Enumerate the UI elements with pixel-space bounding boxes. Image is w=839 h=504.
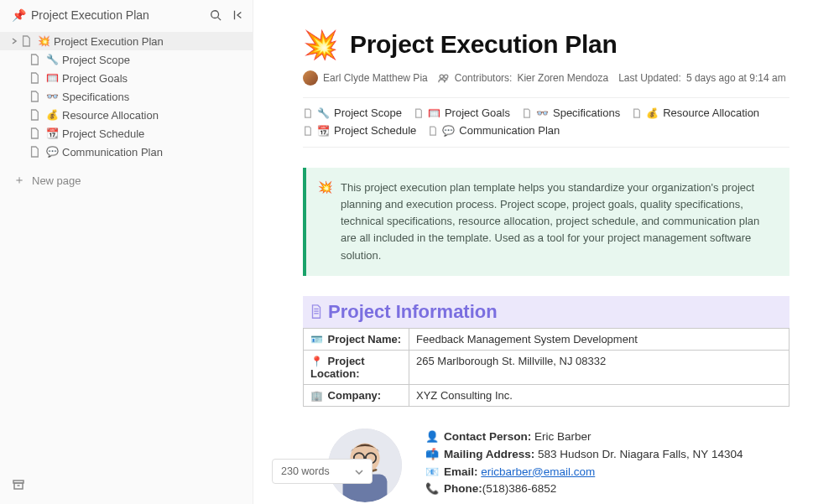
phone-label: Phone:: [444, 482, 482, 495]
email-link[interactable]: ericbarber@email.com: [481, 465, 595, 478]
archive-icon[interactable]: [12, 478, 25, 491]
contributors-icon: [438, 72, 450, 84]
mailing-label: Mailing Address:: [444, 448, 534, 460]
updated-value: 5 days ago at 9:14 am: [686, 72, 786, 84]
page-icon: [414, 107, 424, 119]
app-title: Project Execution Plan: [31, 8, 149, 22]
nav-item-emoji-icon: 📆: [45, 127, 59, 140]
table-value-cell: Feedback Management System Development: [409, 328, 789, 350]
toc-item-specifications[interactable]: 👓Specifications: [522, 107, 620, 119]
page-icon: [29, 72, 40, 84]
collapse-sidebar-icon[interactable]: [231, 8, 244, 22]
toc-item-resource-allocation[interactable]: 💰Resource Allocation: [632, 107, 759, 119]
contact-person-value: Eric Barber: [534, 430, 591, 443]
table-row: 🏢 Company:XYZ Consulting Inc.: [304, 384, 789, 406]
page-icon: [29, 91, 40, 102]
toc-item-emoji-icon: 💰: [646, 107, 659, 119]
svg-line-1: [218, 18, 221, 21]
cell-emoji-icon: 🪪: [310, 334, 323, 346]
word-count-dropdown[interactable]: 230 words: [272, 459, 373, 484]
section-header-icon: [310, 304, 323, 320]
phone-value: (518)386-6852: [482, 482, 557, 495]
section-header: Project Information: [303, 296, 789, 328]
page-icon: [29, 109, 40, 121]
doc-meta: Earl Clyde Matthew Pia Contributors: Kie…: [303, 70, 789, 98]
chevron-right-icon: [10, 37, 18, 45]
nav-item-project-execution-plan[interactable]: 💥Project Execution Plan: [0, 32, 253, 50]
nav-item-emoji-icon: 💰: [45, 108, 59, 122]
toc-item-label: Specifications: [553, 107, 620, 119]
nav-item-emoji-icon: 💬: [45, 145, 59, 158]
table-key-cell: 📍 Project Location:: [304, 350, 409, 384]
mailing-emoji-icon: 📫: [425, 446, 439, 463]
nav-item-emoji-icon: 💥: [37, 34, 50, 48]
toc-item-label: Project Scope: [334, 107, 402, 119]
callout-emoji-icon: 💥: [318, 179, 332, 264]
updated-label: Last Updated:: [618, 72, 681, 84]
table-key-cell: 🏢 Company:: [304, 384, 409, 406]
nav-item-specifications[interactable]: 👓Specifications: [0, 87, 253, 106]
doc-title-emoji-icon: 💥: [303, 30, 338, 59]
contributors-value: Kier Zoren Mendoza: [517, 72, 608, 84]
toc-item-communication-plan[interactable]: 💬Communication Plan: [428, 124, 560, 137]
new-page-label: New page: [32, 174, 81, 187]
nav-item-label: Project Scope: [62, 54, 130, 66]
nav-item-label: Communication Plan: [62, 146, 163, 158]
toc-item-emoji-icon: 👓: [536, 107, 549, 119]
nav-item-project-goals[interactable]: 🥅Project Goals: [0, 69, 253, 87]
nav-item-label: Project Goals: [62, 72, 128, 85]
nav-item-emoji-icon: 👓: [45, 90, 59, 103]
page-icon: [29, 54, 40, 65]
sidebar-header: 📌 Project Execution Plan: [0, 3, 253, 29]
nav-item-communication-plan[interactable]: 💬Communication Plan: [0, 143, 253, 161]
table-value-cell: 265 Marlborough St. Millville, NJ 08332: [409, 350, 789, 384]
page-icon: [632, 107, 642, 119]
project-info-table: 🪪 Project Name:Feedback Management Syste…: [303, 328, 789, 407]
svg-point-7: [444, 75, 447, 78]
page-icon: [303, 125, 313, 137]
svg-point-6: [440, 75, 443, 78]
contact-block: 👤 Contact Person: Eric Barber 📫 Mailing …: [303, 429, 789, 502]
cell-emoji-icon: 🏢: [310, 390, 323, 402]
page-icon: [522, 107, 532, 119]
toc-item-emoji-icon: 🥅: [428, 107, 440, 119]
new-page-button[interactable]: ＋ New page: [0, 173, 253, 188]
toc-item-label: Communication Plan: [459, 124, 560, 137]
phone-emoji-icon: 📞: [425, 481, 439, 497]
toc-item-label: Project Goals: [445, 107, 510, 119]
mailing-value: 583 Hudson Dr. Niagara Falls, NY 14304: [538, 448, 743, 460]
plus-icon: ＋: [13, 173, 25, 188]
page-title: Project Execution Plan: [350, 30, 618, 59]
nav-item-project-scope[interactable]: 🔧Project Scope: [0, 50, 253, 69]
table-row: 📍 Project Location:265 Marlborough St. M…: [304, 350, 789, 384]
toc-item-project-schedule[interactable]: 📆Project Schedule: [303, 124, 416, 137]
nav-item-label: Project Execution Plan: [54, 35, 164, 48]
email-emoji-icon: 📧: [425, 464, 439, 481]
nav-item-label: Resource Allocation: [62, 109, 159, 122]
cell-emoji-icon: 📍: [310, 356, 323, 367]
nav-item-resource-allocation[interactable]: 💰Resource Allocation: [0, 106, 253, 124]
page-icon: [29, 127, 40, 139]
author-name: Earl Clyde Matthew Pia: [323, 72, 428, 84]
toc-item-emoji-icon: 🔧: [317, 107, 330, 119]
contact-person-label: Contact Person:: [444, 430, 531, 443]
nav-item-label: Project Schedule: [62, 127, 144, 140]
doc-title-row: 💥 Project Execution Plan: [303, 30, 789, 59]
nav-item-emoji-icon: 🔧: [45, 53, 59, 66]
sub-pages-toc: 🔧Project Scope🥅Project Goals👓Specificati…: [303, 107, 789, 148]
toc-item-label: Resource Allocation: [663, 107, 759, 119]
main-content: 💥 Project Execution Plan Earl Clyde Matt…: [253, 0, 839, 504]
contact-person-emoji-icon: 👤: [425, 429, 439, 445]
callout-text: This project execution plan template hel…: [341, 179, 774, 264]
search-icon[interactable]: [209, 8, 222, 22]
page-icon: [428, 125, 438, 137]
toc-item-project-goals[interactable]: 🥅Project Goals: [414, 107, 510, 119]
table-value-cell: XYZ Consulting Inc.: [409, 384, 789, 406]
toc-item-emoji-icon: 💬: [442, 125, 455, 137]
table-key-cell: 🪪 Project Name:: [304, 328, 409, 350]
toc-item-project-scope[interactable]: 🔧Project Scope: [303, 107, 402, 119]
sidebar: 📌 Project Execution Plan 💥Project Execut…: [0, 0, 253, 504]
nav-item-project-schedule[interactable]: 📆Project Schedule: [0, 124, 253, 143]
page-icon: [303, 107, 313, 119]
table-row: 🪪 Project Name:Feedback Management Syste…: [304, 328, 789, 350]
